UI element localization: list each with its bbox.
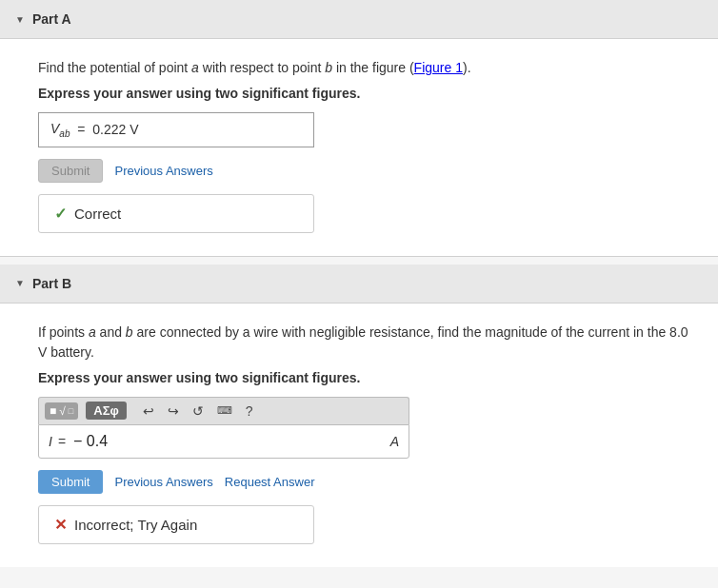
part-b-submit-button[interactable]: Submit xyxy=(38,470,103,494)
redo-button[interactable]: ↪ xyxy=(163,402,184,421)
math-input-row[interactable]: I = − 0.4 A xyxy=(38,424,409,459)
part-b-label: Part B xyxy=(32,276,71,291)
part-b-section: ▼ Part B If points a and b are connected… xyxy=(0,265,718,567)
math-input-container: ■ √ □ ΑΣφ ↩ ↪ ↺ ⌨ ? I = − 0.4 A xyxy=(38,397,409,459)
math-toolbar: ■ √ □ ΑΣφ ↩ ↪ ↺ ⌨ ? xyxy=(38,397,409,424)
x-mark-icon: ✕ xyxy=(54,516,67,534)
block-icon: ■ xyxy=(50,404,56,418)
superscript-icon: □ xyxy=(69,406,73,416)
math-input-value[interactable]: − 0.4 xyxy=(73,433,383,450)
chevron-down-icon: ▼ xyxy=(15,14,25,25)
undo-button[interactable]: ↩ xyxy=(138,402,159,421)
part-a-instruction: Express your answer using two significan… xyxy=(38,86,695,101)
part-a-section: ▼ Part A Find the potential of point a w… xyxy=(0,0,718,257)
reset-button[interactable]: ↺ xyxy=(188,402,209,421)
part-b-previous-answers-link[interactable]: Previous Answers xyxy=(114,475,212,489)
incorrect-box: ✕ Incorrect; Try Again xyxy=(38,505,314,544)
radical-icon: √ xyxy=(59,404,66,418)
part-a-header[interactable]: ▼ Part A xyxy=(0,0,718,39)
answer-variable: Vab xyxy=(50,121,70,139)
part-a-submit-button[interactable]: Submit xyxy=(38,159,103,183)
part-a-question: Find the potential of point a with respe… xyxy=(38,58,695,78)
section-gap xyxy=(0,257,718,265)
checkmark-icon: ✓ xyxy=(54,205,67,223)
part-b-question: If points a and b are connected by a wir… xyxy=(38,323,695,363)
part-b-content: If points a and b are connected by a wir… xyxy=(0,304,718,567)
request-answer-link[interactable]: Request Answer xyxy=(225,475,315,489)
correct-box: ✓ Correct xyxy=(38,194,314,233)
part-a-content: Find the potential of point a with respe… xyxy=(0,39,718,257)
correct-label: Correct xyxy=(74,206,121,222)
unit-label: A xyxy=(390,434,399,449)
part-a-answer-value: = 0.222 V xyxy=(73,122,138,137)
part-a-previous-answers-link[interactable]: Previous Answers xyxy=(114,164,212,178)
input-variable-label: I xyxy=(49,434,52,449)
part-b-button-row: Submit Previous Answers Request Answer xyxy=(38,470,695,494)
part-a-label: Part A xyxy=(32,11,71,27)
equals-sign: = xyxy=(58,434,66,449)
keyboard-button[interactable]: ⌨ xyxy=(212,402,237,419)
help-button[interactable]: ? xyxy=(241,402,258,421)
part-a-answer-box: Vab = 0.222 V xyxy=(38,112,314,147)
incorrect-label: Incorrect; Try Again xyxy=(74,517,197,533)
symbol-group[interactable]: ΑΣφ xyxy=(86,402,127,420)
sigma-label: ΑΣφ xyxy=(93,403,119,418)
chevron-down-icon-b: ▼ xyxy=(15,278,25,288)
part-b-instruction: Express your answer using two significan… xyxy=(38,370,695,385)
figure-link[interactable]: Figure 1 xyxy=(414,60,463,75)
part-a-button-row: Submit Previous Answers xyxy=(38,159,695,183)
format-icons-group: ■ √ □ xyxy=(45,402,78,420)
part-b-header[interactable]: ▼ Part B xyxy=(0,265,718,304)
